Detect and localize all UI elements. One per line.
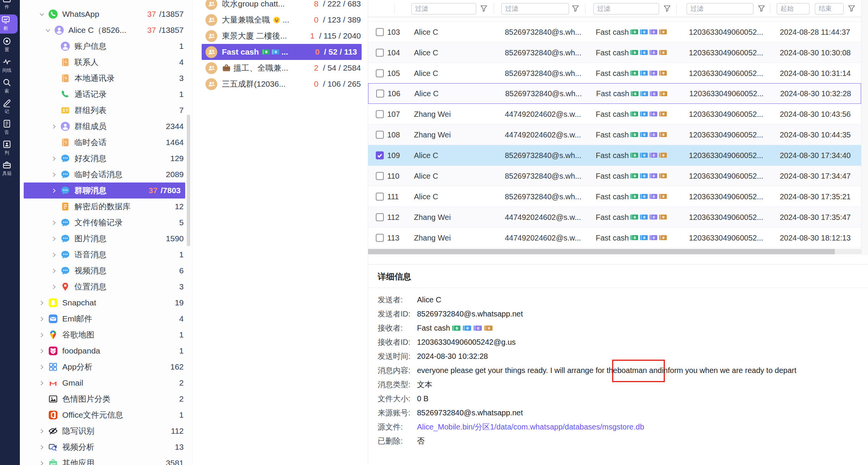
filter-funnel-icon[interactable] <box>480 4 488 13</box>
expand-arrow-icon[interactable] <box>51 282 60 291</box>
group-chat-item[interactable]: 吹水group chatt... 8 / 222 / 683 <box>192 0 368 12</box>
expand-arrow-icon[interactable] <box>39 410 48 420</box>
row-checkbox[interactable] <box>376 172 384 180</box>
group-chat-item[interactable]: 大量兼職全職 ... 0 / 123 / 389 <box>192 12 368 28</box>
tree-item[interactable]: Gmail 2 <box>20 375 192 391</box>
expand-arrow-icon[interactable] <box>51 218 60 227</box>
message-table-row[interactable]: 105 Alice C 85269732840@s.wh... Fast cas… <box>368 63 861 84</box>
tree-item[interactable]: 位置消息 3 <box>20 279 192 295</box>
navbar-item-pulse[interactable]: 间线 <box>0 57 20 75</box>
expand-arrow-icon[interactable] <box>39 378 48 388</box>
tree-item[interactable]: 临时会话 1464 <box>20 134 192 150</box>
scrollbar-thumb[interactable] <box>368 249 835 254</box>
tree-item[interactable]: 群组成员 2344 <box>20 118 192 134</box>
navbar-item-target[interactable]: 置 <box>0 37 20 54</box>
expand-arrow-icon[interactable] <box>51 122 60 131</box>
expand-arrow-icon[interactable] <box>39 314 48 323</box>
tree-item[interactable]: 谷歌地图 1 <box>20 327 192 343</box>
expand-arrow-icon[interactable] <box>39 298 48 307</box>
filter-funnel-icon[interactable] <box>571 4 580 13</box>
tree-item[interactable]: 临时会话消息 2089 <box>20 166 192 182</box>
tree-item[interactable]: WhatsApp 37 /13857 <box>20 6 192 22</box>
message-table-row[interactable]: 111 Alice C 85269732840@s.wh... Fast cas… <box>368 186 861 207</box>
navbar-item-case[interactable]: 件 <box>0 0 20 11</box>
navbar-item-search[interactable]: 索 <box>0 78 20 95</box>
table-horizontal-scrollbar[interactable] <box>368 249 861 254</box>
message-table-row[interactable]: 107 Zhang Wei 447492024602@s.w... Fast c… <box>368 104 861 124</box>
tree-item[interactable]: 解密后的数据库 12 <box>20 199 192 215</box>
filter-funnel-icon[interactable] <box>757 4 766 13</box>
sender-id-filter-input[interactable] <box>501 3 569 15</box>
row-checkbox[interactable] <box>376 234 384 242</box>
time-end-filter-input[interactable] <box>815 3 844 15</box>
expand-arrow-icon[interactable] <box>39 426 48 436</box>
message-table-row[interactable]: 113 Zhang Wei 447492024602@s.w... Fast c… <box>368 228 861 248</box>
source-file-link[interactable]: Alice_Mobile.bin/分区1/data/com.whatsapp/d… <box>417 422 644 432</box>
message-table-row[interactable]: 103 Alice C 85269732840@s.wh... Fast cas… <box>368 22 861 42</box>
filter-funnel-icon[interactable] <box>663 4 671 13</box>
tree-item[interactable]: Snapchat 19 <box>20 295 192 311</box>
filter-funnel-icon[interactable] <box>847 4 856 13</box>
tree-item[interactable]: 群聊消息 37 /7803 <box>24 182 185 199</box>
group-chat-item[interactable]: 搵工、全職兼... 2 / 54 / 2584 <box>192 60 368 76</box>
expand-arrow-icon[interactable] <box>39 459 48 465</box>
expand-arrow-icon[interactable] <box>39 346 48 355</box>
tree-item[interactable]: Eml邮件 4 <box>20 311 192 327</box>
expand-arrow-icon[interactable] <box>51 266 60 275</box>
navbar-item-pen[interactable]: 记 <box>0 98 20 116</box>
message-table-row[interactable]: 110 Alice C 85269732840@s.wh... Fast cas… <box>368 166 861 186</box>
tree-item[interactable]: 账户信息 1 <box>20 38 192 54</box>
expand-arrow-icon[interactable] <box>51 170 60 179</box>
expand-arrow-icon[interactable] <box>51 42 60 51</box>
receiver-filter-input[interactable] <box>593 3 659 15</box>
table-vertical-scrollbar-gutter[interactable] <box>861 0 868 255</box>
row-checkbox[interactable] <box>376 69 384 77</box>
tree-item[interactable]: 色情图片分类 2 <box>20 391 192 407</box>
expand-arrow-icon[interactable] <box>51 58 60 67</box>
tree-item[interactable]: 视频分析 13 <box>20 439 192 455</box>
sender-filter-input[interactable] <box>411 3 476 15</box>
message-table-row[interactable]: 106 Alice C 85269732840@s.wh... Fast cas… <box>368 83 861 104</box>
expand-arrow-icon[interactable] <box>51 202 60 211</box>
tree-item[interactable]: 视频消息 6 <box>20 263 192 279</box>
expand-arrow-icon[interactable] <box>39 394 48 404</box>
message-table-row[interactable]: 109 Alice C 85269732840@s.wh... Fast cas… <box>368 145 861 166</box>
expand-arrow-icon[interactable] <box>51 186 60 195</box>
tree-item[interactable]: 图片消息 1590 <box>20 231 192 247</box>
expand-arrow-icon[interactable] <box>51 106 60 115</box>
group-chat-item[interactable]: 東景大廈 二樓後... 1 / 115 / 2040 <box>192 28 368 44</box>
expand-arrow-icon[interactable] <box>39 330 48 339</box>
tree-item[interactable]: Office文件元信息 1 <box>20 407 192 423</box>
expand-arrow-icon[interactable] <box>51 234 60 243</box>
row-checkbox[interactable] <box>376 110 384 118</box>
row-checkbox[interactable] <box>376 131 384 139</box>
expand-arrow-icon[interactable] <box>39 442 48 452</box>
message-table-row[interactable]: 104 Alice C 85269732840@s.wh... Fast cas… <box>368 42 861 63</box>
row-checkbox[interactable] <box>376 90 384 98</box>
message-table-row[interactable]: 108 Zhang Wei 447492024602@s.w... Fast c… <box>368 124 861 145</box>
row-checkbox[interactable] <box>376 48 384 57</box>
navbar-item-monitor[interactable]: 析 <box>0 15 18 34</box>
tree-item[interactable]: 语音消息 1 <box>20 247 192 263</box>
tree-item[interactable]: 通话记录 1 <box>20 86 192 102</box>
navbar-item-judge[interactable]: 判 <box>0 140 20 157</box>
expand-arrow-icon[interactable] <box>45 26 54 35</box>
tree-item[interactable]: 好友消息 129 <box>20 150 192 166</box>
expand-arrow-icon[interactable] <box>51 154 60 163</box>
group-chat-item[interactable]: Fast cash $€ ... 0 / 52 / 113 <box>202 44 362 60</box>
group-chat-item[interactable]: 三五成群(12036... 0 / 106 / 265 <box>192 76 368 92</box>
expand-arrow-icon[interactable] <box>51 250 60 259</box>
row-checkbox[interactable] <box>376 28 384 36</box>
tree-vertical-scrollbar[interactable] <box>187 115 190 246</box>
tree-item[interactable]: APP 其他应用 3581 <box>20 455 192 465</box>
tree-item[interactable]: 联系人 4 <box>20 54 192 70</box>
message-table-row[interactable]: 112 Zhang Wei 447492024602@s.w... Fast c… <box>368 207 861 228</box>
time-start-filter-input[interactable] <box>777 3 810 15</box>
row-checkbox[interactable] <box>376 213 384 221</box>
row-checkbox[interactable] <box>376 151 384 159</box>
expand-arrow-icon[interactable] <box>51 74 60 83</box>
tree-item[interactable]: Alice C（8526... 37 /13857 <box>20 22 192 38</box>
tree-item[interactable]: 群组列表 7 <box>20 102 192 118</box>
receiver-id-filter-input[interactable] <box>687 3 753 15</box>
row-checkbox[interactable] <box>376 192 384 200</box>
